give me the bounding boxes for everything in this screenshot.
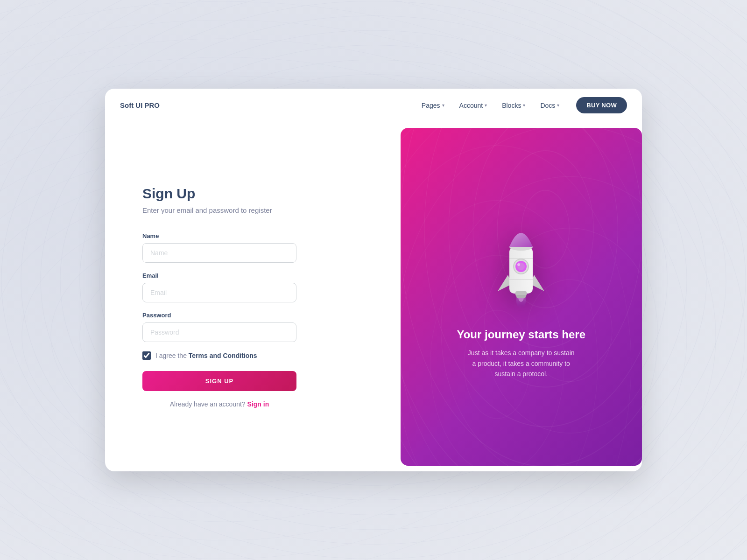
name-input[interactable] xyxy=(142,243,296,263)
signup-title: Sign Up xyxy=(142,186,363,202)
svg-point-7 xyxy=(517,263,520,266)
right-panel: Your journey starts here Just as it take… xyxy=(401,128,642,466)
signup-button[interactable]: SIGN UP xyxy=(142,371,296,391)
name-field-group: Name xyxy=(142,232,363,263)
rocket-illustration xyxy=(484,214,558,309)
name-label: Name xyxy=(142,232,363,239)
signup-subtitle: Enter your email and password to registe… xyxy=(142,205,363,216)
signin-link[interactable]: Sign in xyxy=(247,400,269,408)
main-card: Soft UI PRO Pages ▾ Account ▾ Blocks ▾ D… xyxy=(105,89,642,471)
email-field-group: Email xyxy=(142,272,363,302)
buy-now-button[interactable]: BUY NOW xyxy=(576,97,627,113)
email-input[interactable] xyxy=(142,283,296,302)
nav-links: Pages ▾ Account ▾ Blocks ▾ Docs ▾ xyxy=(416,99,565,112)
navbar: Soft UI PRO Pages ▾ Account ▾ Blocks ▾ D… xyxy=(105,89,642,122)
chevron-down-icon: ▾ xyxy=(485,103,487,108)
terms-checkbox-row: I agree the Terms and Conditions xyxy=(142,351,363,360)
left-panel: Sign Up Enter your email and password to… xyxy=(105,122,401,471)
rocket-svg xyxy=(484,214,558,308)
nav-account[interactable]: Account ▾ xyxy=(454,99,493,112)
password-input[interactable] xyxy=(142,322,296,342)
nav-docs[interactable]: Docs ▾ xyxy=(535,99,565,112)
nav-blocks[interactable]: Blocks ▾ xyxy=(496,99,531,112)
password-field-group: Password xyxy=(142,312,363,342)
chevron-down-icon: ▾ xyxy=(557,103,559,108)
terms-label: I agree the Terms and Conditions xyxy=(155,352,257,359)
chevron-down-icon: ▾ xyxy=(523,103,525,108)
main-content: Sign Up Enter your email and password to… xyxy=(105,122,642,471)
right-panel-subtitle: Just as it takes a company to sustain a … xyxy=(442,348,600,379)
nav-pages[interactable]: Pages ▾ xyxy=(416,99,450,112)
email-label: Email xyxy=(142,272,363,279)
right-panel-title: Your journey starts here xyxy=(438,328,604,341)
chevron-down-icon: ▾ xyxy=(442,103,444,108)
svg-rect-11 xyxy=(516,295,526,298)
signin-row: Already have an account? Sign in xyxy=(142,400,296,408)
terms-checkbox[interactable] xyxy=(142,351,151,360)
password-label: Password xyxy=(142,312,363,319)
brand-logo: Soft UI PRO xyxy=(120,101,160,109)
